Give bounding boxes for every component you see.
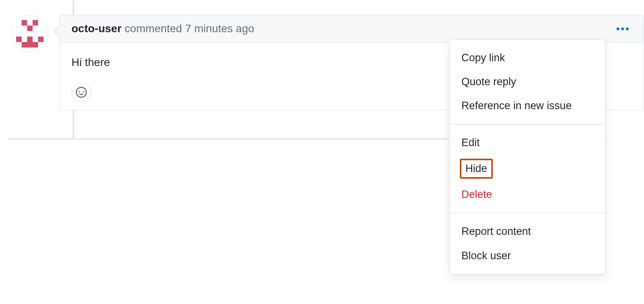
- kebab-dot-icon: [626, 27, 629, 30]
- menu-item-delete[interactable]: Delete: [450, 183, 605, 207]
- smiley-icon: [76, 87, 87, 98]
- kebab-menu-button[interactable]: [613, 24, 632, 33]
- avatar-identicon: [16, 20, 44, 48]
- menu-item-reference-issue[interactable]: Reference in new issue: [450, 94, 605, 118]
- comment-timestamp[interactable]: 7 minutes ago: [185, 22, 254, 35]
- comment-header-text: octo-user commented 7 minutes ago: [71, 22, 254, 35]
- comment-action: commented: [124, 22, 182, 35]
- add-reaction-button[interactable]: [71, 82, 91, 102]
- kebab-dot-icon: [621, 27, 624, 30]
- menu-item-quote-reply[interactable]: Quote reply: [450, 70, 605, 94]
- kebab-dot-icon: [617, 27, 619, 30]
- comment-actions-dropdown: Copy link Quote reply Reference in new i…: [449, 39, 606, 275]
- menu-item-hide[interactable]: Hide: [465, 163, 487, 174]
- menu-item-copy-link[interactable]: Copy link: [450, 46, 605, 70]
- menu-item-edit[interactable]: Edit: [450, 131, 605, 155]
- comment-header: octo-user commented 7 minutes ago: [60, 15, 644, 42]
- avatar[interactable]: [11, 15, 48, 52]
- menu-item-block-user[interactable]: Block user: [450, 244, 605, 268]
- highlight-outline: Hide: [460, 159, 493, 179]
- menu-item-report-content[interactable]: Report content: [450, 220, 605, 244]
- comment-author[interactable]: octo-user: [71, 22, 122, 35]
